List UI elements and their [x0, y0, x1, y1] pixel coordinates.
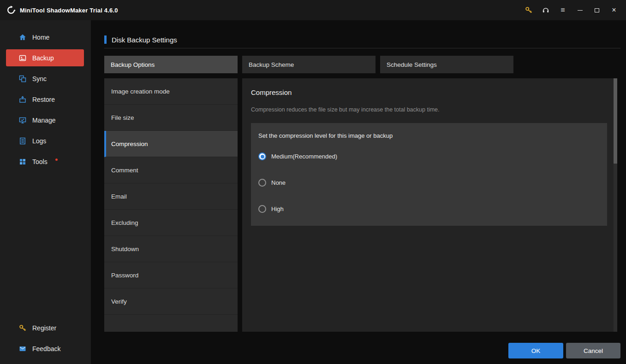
sidebar-item-label: Manage — [32, 117, 56, 124]
sidebar-item-feedback[interactable]: Feedback — [0, 338, 91, 359]
options-list-filler — [104, 315, 238, 332]
radio-button-none[interactable] — [258, 179, 266, 187]
sidebar-item-home[interactable]: Home — [0, 27, 91, 47]
titlebar: MiniTool ShadowMaker Trial 4.6.0 ≡ × — [0, 0, 626, 20]
menu-icon[interactable]: ≡ — [557, 5, 568, 16]
sidebar-item-restore[interactable]: Restore — [0, 89, 91, 110]
page-header: Disk Backup Settings — [104, 35, 177, 44]
option-comment[interactable]: Comment — [104, 157, 238, 183]
sidebar-item-register[interactable]: Register — [0, 317, 91, 338]
radio-label-high: High — [271, 205, 284, 212]
app-logo-icon — [6, 6, 16, 15]
compression-level-box: Set the compression level for this image… — [251, 123, 607, 226]
license-key-icon[interactable] — [523, 5, 534, 16]
register-key-icon — [18, 324, 26, 332]
notification-dot — [55, 159, 58, 161]
sidebar-item-label: Logs — [32, 137, 46, 145]
option-excluding[interactable]: Excluding — [104, 210, 238, 236]
sidebar-nav: Home Backup Sync — [0, 20, 91, 172]
tab-backup-scheme[interactable]: Backup Scheme — [242, 56, 376, 73]
titlebar-controls: ≡ × — [523, 5, 620, 16]
option-password[interactable]: Password — [104, 262, 238, 288]
ok-button[interactable]: OK — [508, 343, 563, 358]
panel-title: Compression — [251, 88, 292, 96]
radio-label-medium: Medium(Recommended) — [271, 153, 337, 160]
option-image-creation-mode[interactable]: Image creation mode — [104, 78, 238, 105]
compression-panel: Compression Compression reduces the file… — [242, 78, 614, 332]
home-icon — [18, 33, 26, 41]
close-button[interactable]: × — [608, 5, 620, 16]
option-compression[interactable]: Compression — [104, 131, 238, 157]
panel-description: Compression reduces the file size but ma… — [251, 106, 440, 113]
radio-button-medium[interactable] — [258, 153, 266, 160]
manage-icon — [18, 116, 26, 124]
page-title: Disk Backup Settings — [112, 36, 177, 44]
radio-label-none: None — [271, 179, 286, 186]
sidebar-item-label: Restore — [32, 96, 55, 103]
content-scrollbar[interactable] — [614, 78, 617, 332]
radio-high[interactable]: High — [258, 205, 284, 213]
settings-tabs: Backup Options Backup Scheme Schedule Se… — [104, 56, 513, 73]
restore-icon — [18, 95, 26, 103]
minimize-button[interactable] — [574, 5, 585, 16]
title-accent-bar — [104, 35, 107, 44]
sidebar-item-label: Backup — [32, 54, 54, 62]
sidebar-item-logs[interactable]: Logs — [0, 130, 91, 151]
sidebar-item-label: Sync — [32, 75, 47, 82]
sidebar-item-label: Register — [32, 324, 56, 332]
tab-schedule-settings[interactable]: Schedule Settings — [380, 56, 513, 73]
backup-options-list: Image creation mode File size Compressio… — [104, 78, 238, 332]
sidebar-item-sync[interactable]: Sync — [0, 68, 91, 89]
sidebar-item-label: Feedback — [32, 345, 60, 352]
option-verify[interactable]: Verify — [104, 288, 238, 315]
sidebar-item-tools[interactable]: Tools — [0, 151, 91, 172]
radio-medium[interactable]: Medium(Recommended) — [258, 153, 337, 160]
support-headset-icon[interactable] — [540, 5, 551, 16]
option-shutdown[interactable]: Shutdown — [104, 236, 238, 262]
option-file-size[interactable]: File size — [104, 105, 238, 131]
compression-group-label: Set the compression level for this image… — [258, 132, 393, 139]
radio-none[interactable]: None — [258, 179, 286, 187]
feedback-envelope-icon — [18, 345, 26, 352]
sync-icon — [18, 75, 26, 82]
backup-icon — [18, 54, 26, 62]
header-separator — [104, 48, 620, 48]
sidebar-item-manage[interactable]: Manage — [0, 110, 91, 130]
sidebar-item-backup[interactable]: Backup — [6, 49, 84, 66]
option-email[interactable]: Email — [104, 183, 238, 210]
app-title: MiniTool ShadowMaker Trial 4.6.0 — [20, 7, 118, 14]
main-area: Disk Backup Settings Backup Options Back… — [91, 20, 626, 364]
scrollbar-thumb[interactable] — [614, 78, 617, 164]
sidebar-item-label: Home — [32, 34, 49, 41]
radio-button-high[interactable] — [258, 205, 266, 213]
sidebar-bottom-nav: Register Feedback — [0, 317, 91, 364]
cancel-button[interactable]: Cancel — [566, 343, 620, 358]
maximize-button[interactable] — [591, 5, 602, 16]
sidebar-item-label: Tools — [32, 158, 48, 165]
tab-backup-options[interactable]: Backup Options — [104, 56, 238, 73]
sidebar: Home Backup Sync — [0, 20, 91, 364]
logs-icon — [18, 137, 26, 145]
tools-icon — [18, 158, 26, 165]
